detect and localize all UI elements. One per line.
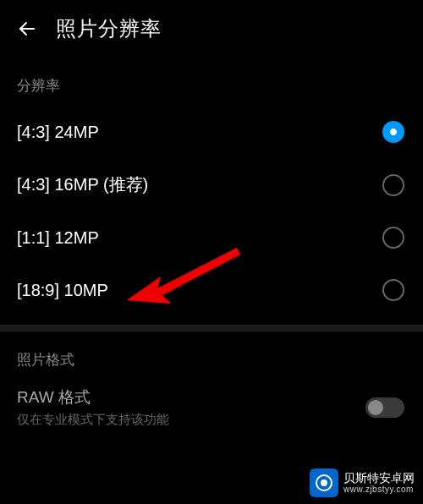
- header: 照片分辨率: [0, 0, 423, 59]
- arrow-left-icon: [17, 19, 37, 39]
- raw-format-text: RAW 格式 仅在专业模式下支持该功能: [17, 386, 365, 428]
- format-section-label: 照片格式: [0, 331, 423, 378]
- raw-format-title: RAW 格式: [17, 386, 365, 408]
- option-label: [18:9] 10MP: [17, 281, 108, 300]
- watermark-text: 贝斯特安卓网 www.zjbstyy.com: [343, 472, 415, 494]
- svg-point-3: [321, 479, 327, 486]
- watermark: 贝斯特安卓网 www.zjbstyy.com: [306, 467, 418, 499]
- raw-format-subtitle: 仅在专业模式下支持该功能: [17, 412, 365, 428]
- back-button[interactable]: [15, 17, 39, 41]
- raw-format-row: RAW 格式 仅在专业模式下支持该功能: [0, 378, 423, 436]
- page-title: 照片分辨率: [56, 15, 162, 42]
- watermark-url: www.zjbstyy.com: [343, 485, 415, 494]
- resolution-option-4-3-16mp[interactable]: [4:3] 16MP (推荐): [0, 158, 423, 211]
- watermark-logo-icon: [310, 468, 338, 497]
- section-divider: [0, 325, 423, 331]
- option-label: [1:1] 12MP: [17, 228, 99, 248]
- resolution-option-18-9-10mp[interactable]: [18:9] 10MP: [0, 264, 423, 316]
- option-label: [4:3] 24MP: [17, 123, 99, 142]
- raw-format-toggle[interactable]: [365, 397, 404, 418]
- radio-unselected-icon: [382, 227, 404, 249]
- radio-unselected-icon: [382, 279, 404, 301]
- resolution-section-label: 分辨率: [0, 59, 423, 106]
- option-label: [4:3] 16MP (推荐): [17, 173, 148, 196]
- radio-selected-icon: [382, 121, 404, 143]
- watermark-title: 贝斯特安卓网: [343, 472, 415, 485]
- radio-unselected-icon: [382, 174, 404, 196]
- resolution-option-4-3-24mp[interactable]: [4:3] 24MP: [0, 106, 423, 158]
- resolution-option-1-1-12mp[interactable]: [1:1] 12MP: [0, 211, 423, 264]
